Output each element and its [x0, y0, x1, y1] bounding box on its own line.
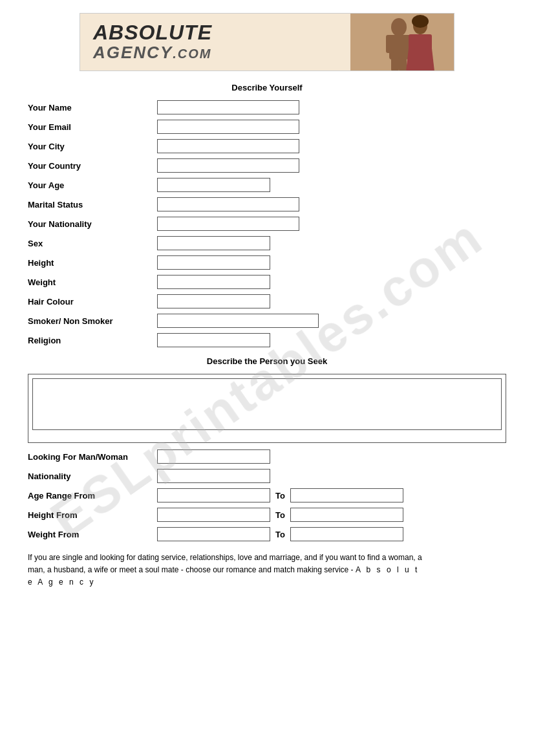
label-marital-status: Marital Status: [28, 200, 157, 210]
label-religion: Religion: [28, 336, 157, 345]
describe-person-box: [28, 374, 506, 443]
banner: ABSOLUTE AGENCY.com: [80, 13, 454, 71]
svg-point-1: [391, 18, 407, 36]
form-row-weight: Weight: [28, 275, 506, 289]
label-your-name: Your Name: [28, 103, 157, 113]
label-looking-for: Looking For Man/Woman: [28, 452, 157, 462]
form-section: Describe Yourself Your Name Your Email Y…: [28, 83, 506, 589]
form-row-email: Your Email: [28, 120, 506, 134]
label-weight: Weight: [28, 277, 157, 287]
form-row-weight-range: Weight From To: [28, 527, 506, 541]
svg-point-8: [412, 15, 429, 28]
svg-rect-12: [425, 34, 432, 50]
label-your-city: Your City: [28, 142, 157, 151]
label-hair-colour: Hair Colour: [28, 297, 157, 307]
weight-input[interactable]: [157, 275, 270, 289]
label-age-range: Age Range From: [28, 491, 157, 501]
weight-to-input[interactable]: [290, 527, 403, 541]
form-row-city: Your City: [28, 139, 506, 153]
describe-yourself-title: Describe Yourself: [28, 83, 506, 92]
height-from-input[interactable]: [157, 508, 270, 522]
banner-title: ABSOLUTE: [93, 22, 350, 43]
height-to-input[interactable]: [290, 508, 403, 522]
svg-marker-10: [406, 49, 434, 71]
banner-photo: [350, 13, 454, 71]
banner-subtitle: AGENCY.com: [93, 43, 350, 63]
smoker-input[interactable]: [157, 314, 319, 328]
your-country-input[interactable]: [157, 158, 299, 173]
form-row-religion: Religion: [28, 333, 506, 347]
label-your-email: Your Email: [28, 122, 157, 132]
footer-text: If you are single and looking for dating…: [28, 552, 429, 589]
svg-rect-5: [391, 57, 399, 71]
form-row-sex: Sex: [28, 236, 506, 250]
height-to-label: To: [275, 510, 285, 520]
looking-for-input[interactable]: [157, 449, 270, 464]
marital-status-input[interactable]: [157, 197, 299, 211]
svg-rect-6: [399, 57, 407, 71]
age-to-label: To: [275, 491, 285, 501]
label-height-range: Height From: [28, 510, 157, 520]
svg-rect-3: [386, 35, 394, 53]
banner-text: ABSOLUTE AGENCY.com: [80, 22, 350, 63]
sex-input[interactable]: [157, 236, 270, 250]
age-to-input[interactable]: [290, 488, 403, 502]
form-row-hair: Hair Colour: [28, 294, 506, 308]
form-row-height: Height: [28, 255, 506, 270]
form-row-smoker: Smoker/ Non Smoker: [28, 314, 506, 328]
form-row-marital: Marital Status: [28, 197, 506, 211]
form-row-height-range: Height From To: [28, 508, 506, 522]
couple-silhouette: [350, 13, 454, 71]
form-row-nationality: Your Nationality: [28, 217, 506, 231]
form-row-looking-for: Looking For Man/Woman: [28, 449, 506, 464]
hair-colour-input[interactable]: [157, 294, 270, 308]
seek-nationality-input[interactable]: [157, 469, 270, 483]
form-row-seek-nationality: Nationality: [28, 469, 506, 483]
religion-input[interactable]: [157, 333, 270, 347]
height-input[interactable]: [157, 255, 270, 270]
form-row-age: Your Age: [28, 178, 506, 192]
describe-person-textarea[interactable]: [32, 378, 502, 430]
weight-to-label: To: [275, 530, 285, 539]
svg-rect-11: [409, 34, 415, 50]
your-email-input[interactable]: [157, 120, 299, 134]
your-city-input[interactable]: [157, 139, 299, 153]
label-your-age: Your Age: [28, 180, 157, 190]
form-row-age-range: Age Range From To: [28, 488, 506, 502]
label-sex: Sex: [28, 239, 157, 248]
your-age-input[interactable]: [157, 178, 270, 192]
label-smoker: Smoker/ Non Smoker: [28, 316, 157, 326]
label-seek-nationality: Nationality: [28, 471, 157, 481]
your-name-input[interactable]: [157, 100, 299, 114]
label-your-country: Your Country: [28, 161, 157, 171]
weight-from-input[interactable]: [157, 527, 270, 541]
describe-person-title: Describe the Person you Seek: [28, 356, 506, 366]
form-row-country: Your Country: [28, 158, 506, 173]
your-nationality-input[interactable]: [157, 217, 299, 231]
form-row-name: Your Name: [28, 100, 506, 114]
age-from-input[interactable]: [157, 488, 270, 502]
label-your-nationality: Your Nationality: [28, 219, 157, 229]
label-weight-range: Weight From: [28, 530, 157, 539]
label-height: Height: [28, 258, 157, 268]
